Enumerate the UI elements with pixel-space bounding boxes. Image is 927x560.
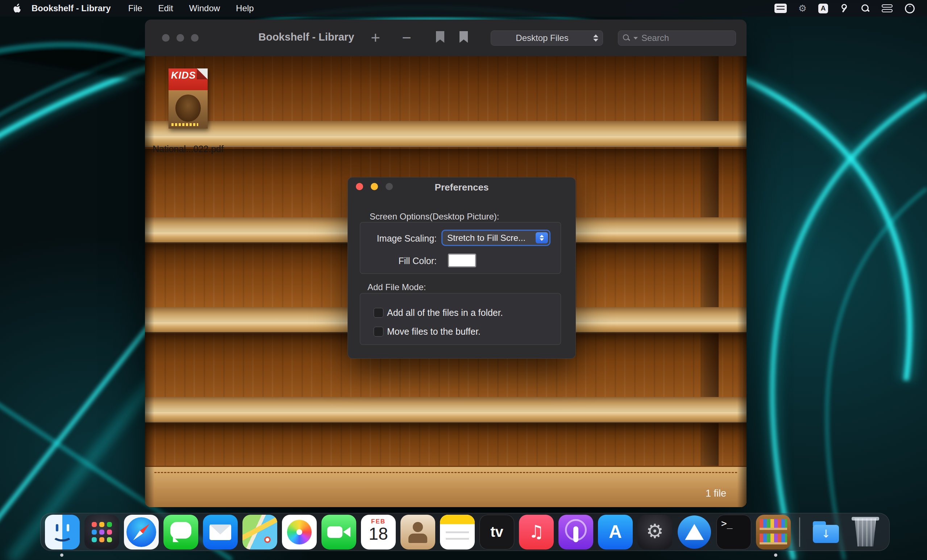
file-count-status: 1 file [705,488,726,499]
magazine-cover-strip [172,123,198,126]
spotlight-search-icon[interactable] [861,4,870,13]
dock-bookshelf-app[interactable] [756,515,791,549]
remove-file-button[interactable]: − [396,27,418,48]
search-icon [623,34,631,42]
add-file-mode-group [360,293,561,345]
bookmark-alt-icon[interactable] [459,31,468,43]
app-store-icon: A [598,515,633,549]
blue-mountain-app-icon [677,515,712,549]
gear-utility-icon: ⚙ [637,515,672,549]
image-scaling-popup[interactable]: Stretch to Fill Scre... [442,231,549,245]
preferences-title: Preferences [348,182,576,193]
menu-file[interactable]: File [120,0,150,17]
menu-bar: Bookshelf - Library File Edit Window Hel… [0,0,927,17]
mail-icon [203,515,238,549]
dock-trash[interactable] [848,515,883,549]
menu-extra-circle-icon[interactable]: ⌃ [905,4,915,14]
dock-apple-tv[interactable]: tv [479,515,514,549]
shelf-left-shade [145,56,154,507]
dock: FEB 18 tv ♫ A ⚙ >_ ↓ [40,513,890,551]
dock-maps[interactable] [242,515,277,549]
dock-blue-mountain-app[interactable] [677,515,712,549]
dock-gear-utility[interactable]: ⚙ [637,515,672,549]
menu-window[interactable]: Window [181,0,228,17]
dock-contacts[interactable] [400,515,435,549]
dock-finder[interactable] [45,515,80,549]
search-scope-chevron-icon [634,37,638,39]
apple-menu[interactable] [12,4,21,14]
shelf-right-shade [737,56,746,507]
shelf-base-plank [145,466,746,507]
input-source-icon[interactable]: A [818,4,828,14]
window-titlebar[interactable]: Bookshelf - Library + − Desktop Files [145,20,746,56]
dock-facetime[interactable] [321,515,356,549]
close-button[interactable] [162,34,170,42]
dock-app-store[interactable]: A [598,515,633,549]
image-scaling-label: Image Scaling: [360,233,437,244]
calendar-day: 18 [361,524,396,544]
search-field[interactable] [618,30,736,46]
facetime-icon [321,515,356,549]
move-to-buffer-label[interactable]: Move files to the buffer. [387,326,480,337]
bookshelf-app-icon [756,515,791,549]
preferences-dialog: Preferences Screen Options(Desktop Pictu… [348,177,576,358]
collection-dropdown[interactable]: Desktop Files [491,30,603,46]
menu-help[interactable]: Help [228,0,261,17]
dock-safari[interactable] [124,515,159,549]
dock-messages[interactable] [163,515,198,549]
shelf-bay-5 [145,422,746,466]
photos-icon [282,515,317,549]
finder-icon [45,515,80,549]
magazine-cover-title: KIDS [171,70,196,81]
preferences-titlebar[interactable]: Preferences [348,178,576,196]
panel-list-icon[interactable] [774,4,787,13]
gear-status-icon[interactable]: ⚙ [798,3,807,14]
image-scaling-value: Stretch to Fill Scre... [442,233,536,243]
add-file-mode-label: Add File Mode: [368,282,426,292]
dock-notes[interactable] [440,515,475,549]
shelf-board-1 [145,121,746,147]
misc-status-icon[interactable] [840,4,849,13]
add-all-files-label[interactable]: Add all of the files in a folder. [387,308,503,318]
contacts-icon [400,515,435,549]
window-title: Bookshelf - Library [258,31,354,43]
dock-photos[interactable] [282,515,317,549]
move-to-buffer-checkbox[interactable] [374,327,383,337]
bookmark-icon[interactable] [436,31,444,43]
dock-music[interactable]: ♫ [519,515,554,549]
add-file-button[interactable]: + [365,27,386,48]
apple-tv-icon: tv [479,515,514,549]
collection-dropdown-value: Desktop Files [491,33,593,43]
dock-calendar[interactable]: FEB 18 [361,515,396,549]
shelf-bay-1 [145,56,746,121]
bookshelf-running-indicator [774,554,777,557]
dock-mail[interactable] [203,515,238,549]
menu-edit[interactable]: Edit [150,0,181,17]
fill-color-well[interactable] [448,253,476,267]
dock-launchpad[interactable] [84,515,119,549]
control-center-icon[interactable] [882,5,893,12]
popup-chevrons-icon [536,232,548,243]
notes-icon [440,515,475,549]
downloads-folder-icon: ↓ [808,515,843,549]
maps-icon [242,515,277,549]
calendar-icon: FEB 18 [361,515,396,549]
launchpad-icon [84,515,119,549]
music-icon: ♫ [519,515,554,549]
apple-logo-icon [13,4,21,14]
search-input[interactable] [641,33,715,44]
add-all-files-checkbox[interactable] [374,308,383,318]
dock-separator [799,517,800,547]
pdf-file-thumbnail[interactable]: KIDS [169,68,208,129]
zoom-button[interactable] [191,34,199,42]
menu-app-name[interactable]: Bookshelf - Library [21,0,120,17]
minimize-button[interactable] [176,34,184,42]
file-label[interactable]: National...022.pdf [145,144,242,154]
dock-podcasts[interactable] [558,515,593,549]
dock-downloads-folder[interactable]: ↓ [808,515,843,549]
chevron-up-down-icon [593,34,598,42]
dock-terminal[interactable]: >_ [716,515,751,549]
fill-color-label: Fill Color: [360,256,437,266]
messages-icon [163,515,198,549]
desktop: Bookshelf - Library File Edit Window Hel… [0,0,927,560]
